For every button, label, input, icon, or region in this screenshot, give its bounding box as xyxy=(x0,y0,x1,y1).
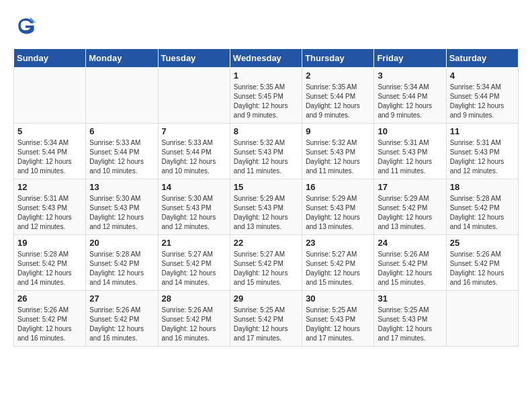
day-number: 25 xyxy=(450,238,515,248)
weekday-header: Saturday xyxy=(446,49,518,68)
day-number: 4 xyxy=(450,71,515,81)
calendar-header: SundayMondayTuesdayWednesdayThursdayFrid… xyxy=(14,49,519,68)
day-info: Sunrise: 5:26 AM Sunset: 5:42 PM Dayligh… xyxy=(162,306,226,343)
day-info: Sunrise: 5:35 AM Sunset: 5:44 PM Dayligh… xyxy=(306,83,370,120)
day-number: 11 xyxy=(450,126,515,136)
header-row: SundayMondayTuesdayWednesdayThursdayFrid… xyxy=(14,49,519,68)
day-number: 26 xyxy=(17,293,82,304)
logo xyxy=(13,13,40,38)
calendar-cell: 24Sunrise: 5:26 AM Sunset: 5:42 PM Dayli… xyxy=(374,235,446,291)
day-number: 30 xyxy=(306,293,370,304)
day-info: Sunrise: 5:26 AM Sunset: 5:42 PM Dayligh… xyxy=(89,306,154,343)
weekday-header: Sunday xyxy=(14,49,86,68)
day-number: 5 xyxy=(17,126,82,136)
day-info: Sunrise: 5:29 AM Sunset: 5:43 PM Dayligh… xyxy=(306,194,370,232)
weekday-header: Monday xyxy=(86,49,158,68)
day-number: 8 xyxy=(234,126,298,136)
calendar-cell: 26Sunrise: 5:26 AM Sunset: 5:42 PM Dayli… xyxy=(14,291,86,347)
day-info: Sunrise: 5:32 AM Sunset: 5:43 PM Dayligh… xyxy=(306,138,370,176)
day-number: 19 xyxy=(17,238,82,248)
day-info: Sunrise: 5:26 AM Sunset: 5:42 PM Dayligh… xyxy=(17,306,82,343)
day-number: 16 xyxy=(306,182,370,192)
calendar-cell: 18Sunrise: 5:28 AM Sunset: 5:42 PM Dayli… xyxy=(446,179,518,235)
calendar-cell: 4Sunrise: 5:34 AM Sunset: 5:44 PM Daylig… xyxy=(446,68,518,124)
day-number: 20 xyxy=(89,238,154,248)
day-number: 9 xyxy=(306,126,370,136)
day-info: Sunrise: 5:28 AM Sunset: 5:42 PM Dayligh… xyxy=(89,250,154,287)
weekday-header: Wednesday xyxy=(230,49,302,68)
day-number: 21 xyxy=(162,238,226,248)
day-number: 12 xyxy=(17,182,82,192)
calendar-week-row: 26Sunrise: 5:26 AM Sunset: 5:42 PM Dayli… xyxy=(14,291,519,347)
day-number: 31 xyxy=(378,293,442,304)
page-header xyxy=(13,13,519,38)
calendar-week-row: 1Sunrise: 5:35 AM Sunset: 5:45 PM Daylig… xyxy=(14,68,519,124)
day-number: 22 xyxy=(234,238,298,248)
calendar-cell xyxy=(446,291,518,347)
day-number: 10 xyxy=(378,126,442,136)
calendar-cell: 23Sunrise: 5:27 AM Sunset: 5:42 PM Dayli… xyxy=(302,235,374,291)
calendar-cell: 3Sunrise: 5:34 AM Sunset: 5:44 PM Daylig… xyxy=(374,68,446,124)
day-info: Sunrise: 5:34 AM Sunset: 5:44 PM Dayligh… xyxy=(17,138,82,176)
day-number: 24 xyxy=(378,238,442,248)
calendar-cell: 15Sunrise: 5:29 AM Sunset: 5:43 PM Dayli… xyxy=(230,179,302,235)
calendar-cell: 16Sunrise: 5:29 AM Sunset: 5:43 PM Dayli… xyxy=(302,179,374,235)
day-number: 7 xyxy=(162,126,226,136)
calendar-week-row: 5Sunrise: 5:34 AM Sunset: 5:44 PM Daylig… xyxy=(14,124,519,179)
day-number: 29 xyxy=(234,293,298,304)
day-number: 6 xyxy=(89,126,154,136)
day-number: 15 xyxy=(234,182,298,192)
day-info: Sunrise: 5:31 AM Sunset: 5:43 PM Dayligh… xyxy=(450,138,515,176)
day-info: Sunrise: 5:35 AM Sunset: 5:45 PM Dayligh… xyxy=(234,83,298,120)
day-info: Sunrise: 5:27 AM Sunset: 5:42 PM Dayligh… xyxy=(306,250,370,287)
day-info: Sunrise: 5:30 AM Sunset: 5:43 PM Dayligh… xyxy=(162,194,226,232)
calendar-cell: 28Sunrise: 5:26 AM Sunset: 5:42 PM Dayli… xyxy=(158,291,230,347)
calendar-cell: 7Sunrise: 5:33 AM Sunset: 5:44 PM Daylig… xyxy=(158,124,230,179)
calendar-cell: 29Sunrise: 5:25 AM Sunset: 5:42 PM Dayli… xyxy=(230,291,302,347)
calendar-cell: 12Sunrise: 5:31 AM Sunset: 5:43 PM Dayli… xyxy=(14,179,86,235)
calendar-cell xyxy=(86,68,158,124)
day-number: 13 xyxy=(89,182,154,192)
weekday-header: Tuesday xyxy=(158,49,230,68)
weekday-header: Friday xyxy=(374,49,446,68)
day-number: 28 xyxy=(162,293,226,304)
day-info: Sunrise: 5:28 AM Sunset: 5:42 PM Dayligh… xyxy=(17,250,82,287)
day-number: 17 xyxy=(378,182,442,192)
calendar-body: 1Sunrise: 5:35 AM Sunset: 5:45 PM Daylig… xyxy=(14,68,519,347)
logo-icon xyxy=(13,13,38,38)
day-info: Sunrise: 5:32 AM Sunset: 5:43 PM Dayligh… xyxy=(234,138,298,176)
calendar-week-row: 19Sunrise: 5:28 AM Sunset: 5:42 PM Dayli… xyxy=(14,235,519,291)
day-info: Sunrise: 5:34 AM Sunset: 5:44 PM Dayligh… xyxy=(378,83,442,120)
calendar-cell: 13Sunrise: 5:30 AM Sunset: 5:43 PM Dayli… xyxy=(86,179,158,235)
calendar-week-row: 12Sunrise: 5:31 AM Sunset: 5:43 PM Dayli… xyxy=(14,179,519,235)
calendar-cell: 31Sunrise: 5:25 AM Sunset: 5:43 PM Dayli… xyxy=(374,291,446,347)
day-info: Sunrise: 5:27 AM Sunset: 5:42 PM Dayligh… xyxy=(162,250,226,287)
day-number: 3 xyxy=(378,71,442,81)
calendar-cell: 14Sunrise: 5:30 AM Sunset: 5:43 PM Dayli… xyxy=(158,179,230,235)
day-info: Sunrise: 5:26 AM Sunset: 5:42 PM Dayligh… xyxy=(450,250,515,287)
calendar-table: SundayMondayTuesdayWednesdayThursdayFrid… xyxy=(13,48,519,347)
day-info: Sunrise: 5:25 AM Sunset: 5:42 PM Dayligh… xyxy=(234,306,298,343)
day-info: Sunrise: 5:29 AM Sunset: 5:42 PM Dayligh… xyxy=(378,194,442,232)
day-number: 1 xyxy=(234,71,298,81)
calendar-cell: 30Sunrise: 5:25 AM Sunset: 5:43 PM Dayli… xyxy=(302,291,374,347)
day-number: 23 xyxy=(306,238,370,248)
calendar-cell: 22Sunrise: 5:27 AM Sunset: 5:42 PM Dayli… xyxy=(230,235,302,291)
day-number: 2 xyxy=(306,71,370,81)
calendar-cell: 25Sunrise: 5:26 AM Sunset: 5:42 PM Dayli… xyxy=(446,235,518,291)
day-info: Sunrise: 5:30 AM Sunset: 5:43 PM Dayligh… xyxy=(89,194,154,232)
calendar-cell: 27Sunrise: 5:26 AM Sunset: 5:42 PM Dayli… xyxy=(86,291,158,347)
day-info: Sunrise: 5:33 AM Sunset: 5:44 PM Dayligh… xyxy=(162,138,226,176)
day-info: Sunrise: 5:31 AM Sunset: 5:43 PM Dayligh… xyxy=(17,194,82,232)
weekday-header: Thursday xyxy=(302,49,374,68)
calendar-cell: 2Sunrise: 5:35 AM Sunset: 5:44 PM Daylig… xyxy=(302,68,374,124)
calendar-cell: 17Sunrise: 5:29 AM Sunset: 5:42 PM Dayli… xyxy=(374,179,446,235)
day-info: Sunrise: 5:31 AM Sunset: 5:43 PM Dayligh… xyxy=(378,138,442,176)
calendar-cell: 10Sunrise: 5:31 AM Sunset: 5:43 PM Dayli… xyxy=(374,124,446,179)
calendar-cell: 8Sunrise: 5:32 AM Sunset: 5:43 PM Daylig… xyxy=(230,124,302,179)
calendar-cell: 9Sunrise: 5:32 AM Sunset: 5:43 PM Daylig… xyxy=(302,124,374,179)
day-info: Sunrise: 5:27 AM Sunset: 5:42 PM Dayligh… xyxy=(234,250,298,287)
day-info: Sunrise: 5:34 AM Sunset: 5:44 PM Dayligh… xyxy=(450,83,515,120)
day-info: Sunrise: 5:33 AM Sunset: 5:44 PM Dayligh… xyxy=(89,138,154,176)
calendar-cell: 19Sunrise: 5:28 AM Sunset: 5:42 PM Dayli… xyxy=(14,235,86,291)
